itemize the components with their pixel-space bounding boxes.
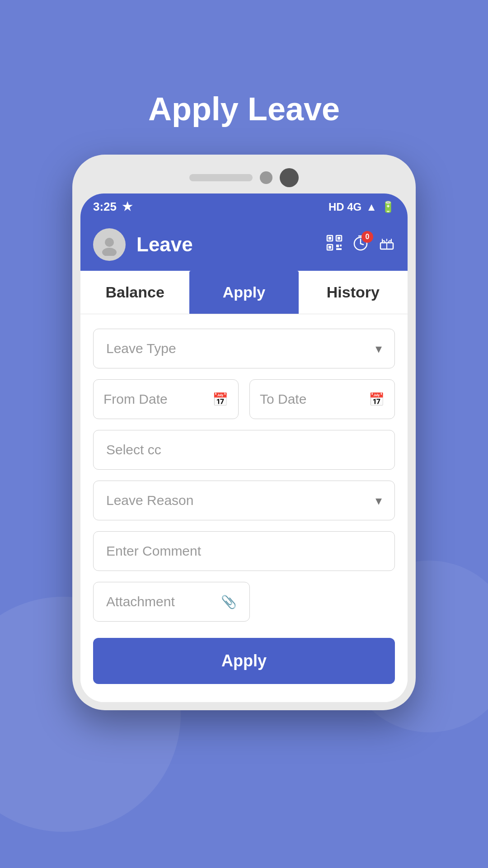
birthday-icon[interactable]	[379, 235, 395, 255]
attachment-label: Attachment	[106, 594, 175, 609]
svg-line-13	[361, 244, 363, 245]
time-display: 3:25	[93, 200, 117, 214]
comment-field[interactable]: Enter Comment	[93, 531, 395, 571]
star-icon: ★	[122, 200, 132, 214]
network-label: HD 4G	[328, 201, 361, 213]
phone-top-bar	[80, 163, 408, 193]
battery-icon: 🔋	[381, 201, 395, 213]
leave-reason-label: Leave Reason	[106, 493, 193, 508]
tab-balance[interactable]: Balance	[80, 271, 189, 314]
app-header: Leave	[80, 220, 408, 271]
from-date-calendar-icon: 📅	[212, 392, 228, 407]
phone-screen: 3:25 ★ HD 4G ▲ 🔋 Leave	[80, 193, 408, 702]
leave-type-label: Leave Type	[106, 341, 176, 356]
svg-rect-7	[328, 246, 331, 249]
to-date-calendar-icon: 📅	[369, 392, 385, 407]
status-bar: 3:25 ★ HD 4G ▲ 🔋	[80, 193, 408, 220]
tab-history[interactable]: History	[299, 271, 408, 314]
to-date-label: To Date	[260, 392, 306, 407]
leave-reason-dropdown[interactable]: Leave Reason ▾	[93, 481, 395, 520]
svg-rect-10	[336, 248, 342, 250]
phone-frame: 3:25 ★ HD 4G ▲ 🔋 Leave	[72, 155, 416, 710]
paperclip-icon: 📎	[221, 594, 237, 609]
page-title: Apply Leave	[148, 90, 340, 127]
status-right: HD 4G ▲ 🔋	[328, 201, 395, 213]
svg-rect-8	[336, 245, 339, 247]
svg-rect-3	[328, 237, 331, 240]
leave-reason-arrow-icon: ▾	[375, 493, 382, 508]
form-area: Leave Type ▾ From Date 📅 To Date 📅 Selec…	[80, 314, 408, 702]
phone-camera-large	[280, 168, 299, 187]
svg-rect-5	[338, 237, 340, 240]
leave-type-dropdown[interactable]: Leave Type ▾	[93, 329, 395, 368]
select-cc-label: Select cc	[106, 442, 161, 458]
header-icons: 0	[326, 235, 395, 255]
avatar[interactable]	[93, 228, 126, 261]
svg-point-1	[102, 248, 117, 256]
status-left: 3:25 ★	[93, 200, 132, 214]
attachment-field[interactable]: Attachment 📎	[93, 582, 250, 622]
svg-point-0	[105, 238, 114, 247]
signal-icon: ▲	[366, 201, 377, 213]
comment-label: Enter Comment	[106, 543, 201, 559]
app-title: Leave	[136, 233, 315, 256]
from-date-label: From Date	[103, 392, 168, 407]
svg-rect-9	[340, 245, 342, 246]
qr-scan-icon[interactable]	[326, 235, 343, 255]
leave-type-arrow-icon: ▾	[375, 341, 382, 356]
to-date-field[interactable]: To Date 📅	[249, 379, 395, 419]
apply-button[interactable]: Apply	[93, 638, 395, 684]
phone-speaker	[189, 174, 253, 181]
tab-bar: Balance Apply History	[80, 271, 408, 314]
tab-apply[interactable]: Apply	[189, 271, 298, 314]
from-date-field[interactable]: From Date 📅	[93, 379, 239, 419]
date-row: From Date 📅 To Date 📅	[93, 379, 395, 419]
timer-icon[interactable]: 0	[352, 235, 369, 255]
notification-badge: 0	[361, 231, 373, 243]
phone-camera-small	[260, 171, 272, 184]
select-cc-field[interactable]: Select cc	[93, 430, 395, 470]
